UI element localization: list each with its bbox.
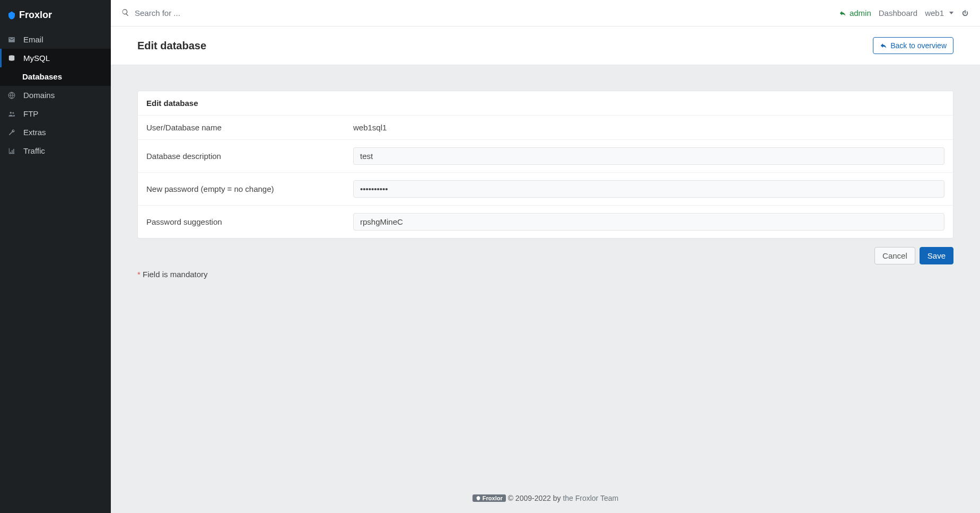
user-menu[interactable]: web1 [925, 8, 953, 17]
input-description[interactable] [353, 147, 944, 165]
page-title: Edit database [137, 40, 206, 52]
sidebar-nav: Email MySQL Databases Domains [0, 30, 111, 160]
froxlor-badge-icon [476, 496, 481, 501]
footer-team-link[interactable]: the Froxlor Team [563, 494, 618, 502]
sidebar-item-mysql[interactable]: MySQL [0, 49, 111, 67]
reply-icon [839, 10, 846, 17]
search-icon [121, 8, 129, 18]
wrench-icon [7, 128, 16, 137]
mandatory-note: * Field is mandatory [137, 270, 953, 279]
row-password: New password (empty = no change) [138, 172, 953, 205]
dashboard-link[interactable]: Dashboard [879, 8, 917, 17]
label-db-name: User/Database name [146, 123, 353, 132]
footer: Froxlor © 2009-2022 by the Froxlor Team [111, 487, 980, 513]
sidebar-item-traffic[interactable]: Traffic [0, 141, 111, 160]
topbar: admin Dashboard web1 [111, 0, 980, 26]
admin-link-label: admin [850, 8, 871, 17]
back-button-label: Back to overview [890, 41, 947, 50]
save-button[interactable]: Save [920, 247, 953, 264]
sidebar-item-label: Traffic [23, 146, 45, 155]
value-db-name: web1sql1 [353, 123, 387, 132]
card-header: Edit database [138, 91, 953, 115]
topbar-right: admin Dashboard web1 [839, 8, 969, 17]
footer-copyright: © 2009-2022 by [508, 494, 563, 502]
label-password: New password (empty = no change) [146, 184, 353, 193]
sidebar-item-label: Extras [23, 128, 46, 137]
sidebar-item-domains[interactable]: Domains [0, 86, 111, 104]
row-password-suggestion: Password suggestion [138, 205, 953, 238]
caret-down-icon [949, 12, 953, 14]
row-db-name: User/Database name web1sql1 [138, 115, 953, 139]
admin-link[interactable]: admin [839, 8, 871, 17]
envelope-icon [7, 36, 16, 44]
svg-point-3 [12, 112, 14, 113]
brand-name: Froxlor [19, 10, 52, 21]
page-header: Edit database Back to overview [111, 26, 980, 65]
sidebar-item-label: MySQL [23, 54, 50, 63]
chart-icon [7, 147, 16, 155]
users-icon [7, 110, 16, 118]
reply-icon [880, 42, 887, 49]
logout-button[interactable] [961, 9, 969, 17]
sidebar-item-label: Email [23, 35, 43, 44]
cancel-button[interactable]: Cancel [874, 247, 915, 264]
search-group [121, 8, 839, 18]
label-description: Database description [146, 152, 353, 161]
input-password[interactable] [353, 180, 944, 198]
mandatory-text: Field is mandatory [143, 270, 208, 279]
svg-point-2 [10, 111, 12, 113]
sidebar-item-ftp[interactable]: FTP [0, 104, 111, 123]
database-icon [7, 54, 16, 63]
sidebar-subitem-databases[interactable]: Databases [0, 67, 111, 86]
sidebar-subitem-label: Databases [22, 72, 62, 81]
brand-logo[interactable]: Froxlor [0, 0, 111, 30]
content: Edit database User/Database name web1sql… [111, 65, 980, 487]
power-icon [961, 9, 969, 17]
form-actions: Cancel Save [137, 247, 953, 264]
sidebar-item-extras[interactable]: Extras [0, 123, 111, 141]
mandatory-star: * [137, 270, 141, 279]
footer-badge-text: Froxlor [483, 495, 503, 501]
sidebar: Froxlor Email MySQL Databases [0, 0, 111, 513]
globe-icon [7, 91, 16, 100]
sidebar-item-email[interactable]: Email [0, 30, 111, 49]
footer-badge: Froxlor [472, 494, 506, 502]
search-input[interactable] [135, 8, 294, 17]
sidebar-item-label: FTP [23, 109, 38, 118]
label-password-suggestion: Password suggestion [146, 217, 353, 226]
input-password-suggestion[interactable] [353, 213, 944, 231]
dashboard-link-label: Dashboard [879, 8, 917, 17]
froxlor-logo-icon [7, 11, 16, 20]
edit-database-card: Edit database User/Database name web1sql… [137, 91, 953, 238]
row-description: Database description [138, 139, 953, 172]
sidebar-item-label: Domains [23, 91, 55, 100]
user-menu-label: web1 [925, 8, 944, 17]
back-to-overview-button[interactable]: Back to overview [873, 37, 953, 54]
main-area: admin Dashboard web1 Edit database Back … [111, 0, 980, 513]
